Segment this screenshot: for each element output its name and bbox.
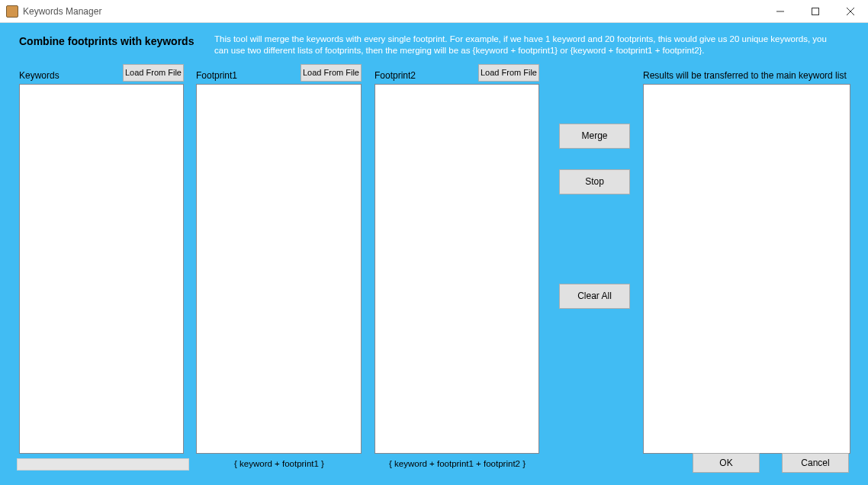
footprint1-load-button[interactable]: Load From File bbox=[301, 64, 362, 82]
page-description: This tool will merge the keywords with e… bbox=[214, 34, 840, 56]
cancel-button[interactable]: Cancel bbox=[782, 453, 849, 473]
close-button[interactable] bbox=[833, 0, 868, 23]
app-icon bbox=[6, 5, 18, 18]
footprint1-input[interactable] bbox=[196, 84, 362, 454]
titlebar: Keywords Manager bbox=[0, 0, 868, 23]
merge-button[interactable]: Merge bbox=[559, 124, 630, 149]
results-list[interactable] bbox=[643, 84, 850, 454]
ok-button[interactable]: OK bbox=[693, 453, 760, 473]
footprint2-input[interactable] bbox=[375, 84, 539, 454]
footprint2-load-button[interactable]: Load From File bbox=[478, 64, 539, 82]
footprint1-hint: { keyword + footprint1 } bbox=[234, 459, 324, 468]
keywords-load-button[interactable]: Load From File bbox=[123, 64, 184, 82]
svg-rect-1 bbox=[812, 8, 819, 14]
stop-button[interactable]: Stop bbox=[559, 169, 630, 194]
keywords-label: Keywords bbox=[19, 70, 59, 81]
clear-all-button[interactable]: Clear All bbox=[559, 284, 630, 309]
footprint1-label: Footprint1 bbox=[196, 70, 237, 81]
window-title: Keywords Manager bbox=[23, 6, 101, 17]
footprint2-label: Footprint2 bbox=[375, 70, 416, 81]
results-label: Results will be transferred to the main … bbox=[643, 70, 847, 81]
client-area: Combine footprints with keywords This to… bbox=[0, 23, 868, 485]
page-heading: Combine footprints with keywords bbox=[19, 35, 194, 47]
keywords-input[interactable] bbox=[19, 84, 184, 454]
footprint2-hint: { keyword + footprint1 + footprint2 } bbox=[389, 459, 526, 468]
minimize-button[interactable] bbox=[763, 0, 798, 23]
progress-bar bbox=[17, 458, 189, 471]
maximize-button[interactable] bbox=[798, 0, 833, 23]
